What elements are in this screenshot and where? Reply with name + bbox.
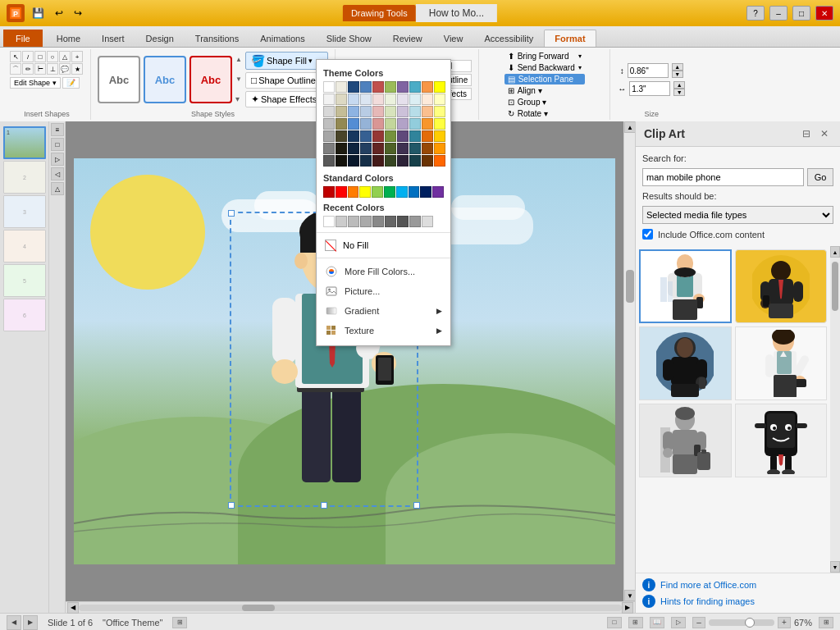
clip-art-item-3[interactable]: [639, 326, 732, 400]
theme-color-swatch[interactable]: [385, 118, 396, 130]
zoom-out-btn[interactable]: –: [692, 617, 705, 628]
go-button[interactable]: Go: [807, 168, 833, 186]
theme-color-swatch[interactable]: [360, 130, 372, 142]
slide-thumb-5[interactable]: 5: [3, 264, 46, 297]
shape-more-tool[interactable]: +: [71, 51, 83, 62]
panel-close-icon[interactable]: ✕: [817, 126, 832, 141]
find-more-link[interactable]: i Find more at Office.com: [642, 578, 833, 591]
theme-color-swatch[interactable]: [422, 155, 433, 167]
theme-color-swatch[interactable]: [397, 118, 409, 130]
reading-view-btn[interactable]: 📖: [650, 617, 664, 628]
theme-color-swatch[interactable]: [385, 155, 396, 167]
theme-color-swatch[interactable]: [397, 81, 409, 93]
shape-star-tool[interactable]: ★: [71, 63, 83, 75]
theme-color-swatch[interactable]: [323, 155, 335, 167]
tab-transitions[interactable]: Transitions: [185, 30, 249, 47]
theme-color-swatch[interactable]: [372, 81, 384, 93]
recent-color-swatch[interactable]: [397, 216, 409, 227]
prev-slide-btn[interactable]: ◀: [7, 615, 21, 630]
ca-scroll-up-btn[interactable]: ▲: [830, 246, 840, 258]
theme-color-swatch[interactable]: [323, 118, 335, 130]
standard-color-swatch[interactable]: [323, 186, 335, 198]
texture-item[interactable]: Texture ▶: [317, 321, 450, 340]
theme-color-swatch[interactable]: [336, 130, 347, 142]
recent-color-swatch[interactable]: [336, 216, 347, 227]
shape-style-3[interactable]: Abc: [189, 56, 232, 103]
theme-color-swatch[interactable]: [323, 130, 335, 142]
recent-color-swatch[interactable]: [323, 216, 335, 227]
clip-art-item-6[interactable]: [735, 404, 828, 477]
scroll-right-btn[interactable]: ▶: [622, 602, 633, 614]
theme-color-swatch[interactable]: [409, 118, 421, 130]
rotate-btn[interactable]: ↻ Rotate ▾: [504, 108, 551, 119]
bring-forward-btn[interactable]: ⬆ Bring Forward ▾: [504, 51, 585, 62]
save-btn[interactable]: 💾: [28, 6, 48, 21]
shape-styles-more-btn[interactable]: ▲ ▼ ▾: [235, 56, 242, 103]
recent-color-swatch[interactable]: [372, 216, 384, 227]
standard-color-swatch[interactable]: [409, 186, 420, 198]
maximize-button[interactable]: □: [792, 6, 810, 21]
theme-icon[interactable]: ⊞: [172, 617, 187, 628]
theme-color-swatch[interactable]: [385, 130, 396, 142]
recent-color-swatch[interactable]: [409, 216, 421, 227]
scroll-left-btn[interactable]: ◀: [67, 602, 79, 614]
theme-color-swatch[interactable]: [434, 155, 445, 167]
fit-slide-btn[interactable]: ⊞: [819, 617, 833, 628]
theme-color-swatch[interactable]: [336, 118, 347, 130]
scroll-down-btn[interactable]: ▼: [624, 590, 635, 601]
slideshow-btn[interactable]: ▷: [671, 617, 686, 628]
panel-move-icon[interactable]: ⊟: [799, 126, 814, 141]
theme-color-swatch[interactable]: [397, 106, 409, 117]
theme-color-swatch[interactable]: [372, 94, 384, 105]
standard-color-swatch[interactable]: [336, 186, 347, 198]
theme-color-swatch[interactable]: [397, 155, 409, 167]
standard-color-swatch[interactable]: [396, 186, 408, 198]
normal-view-btn[interactable]: □: [607, 617, 622, 628]
theme-color-swatch[interactable]: [360, 155, 372, 167]
theme-color-swatch[interactable]: [348, 155, 359, 167]
slide-thumb-1[interactable]: 1: [3, 126, 46, 159]
slide-thumb-6[interactable]: 6: [3, 299, 46, 331]
tab-format[interactable]: Format: [544, 30, 596, 47]
recent-color-swatch[interactable]: [348, 216, 359, 227]
shape-arrow-tool[interactable]: ↖: [10, 51, 21, 62]
tab-review[interactable]: Review: [382, 30, 433, 47]
recent-color-swatch[interactable]: [385, 216, 396, 227]
shape-curve-tool[interactable]: ⌒: [10, 63, 21, 75]
theme-color-swatch[interactable]: [397, 130, 409, 142]
theme-color-swatch[interactable]: [360, 94, 372, 105]
send-backward-arrow[interactable]: ▾: [578, 64, 582, 71]
shape-style-2[interactable]: Abc: [144, 56, 186, 103]
width-input[interactable]: [629, 81, 670, 96]
theme-color-swatch[interactable]: [336, 94, 347, 105]
slide-thumb-3[interactable]: 3: [3, 195, 46, 228]
width-up-btn[interactable]: ▲: [673, 81, 685, 89]
theme-color-swatch[interactable]: [336, 155, 347, 167]
theme-color-swatch[interactable]: [409, 81, 421, 93]
theme-color-swatch[interactable]: [409, 143, 421, 154]
theme-color-swatch[interactable]: [385, 106, 396, 117]
scroll-up-btn[interactable]: ▲: [624, 121, 635, 133]
theme-color-swatch[interactable]: [336, 81, 347, 93]
clip-art-item-5[interactable]: [639, 404, 732, 477]
shape-connector2-tool[interactable]: ⊥: [47, 63, 58, 75]
next-slide-btn[interactable]: ▶: [23, 615, 38, 630]
theme-color-swatch[interactable]: [385, 81, 396, 93]
theme-color-swatch[interactable]: [409, 155, 421, 167]
redo-btn[interactable]: ↪: [70, 6, 86, 21]
bring-forward-arrow[interactable]: ▾: [578, 52, 582, 60]
no-fill-item[interactable]: No Fill: [317, 236, 450, 254]
left-bar-btn-2[interactable]: □: [51, 138, 64, 151]
recent-color-swatch[interactable]: [422, 216, 433, 227]
standard-color-swatch[interactable]: [372, 186, 383, 198]
theme-color-swatch[interactable]: [397, 94, 409, 105]
undo-btn[interactable]: ↩: [51, 6, 67, 21]
theme-color-swatch[interactable]: [372, 130, 384, 142]
theme-color-swatch[interactable]: [360, 106, 372, 117]
shape-freehand-tool[interactable]: ✏: [22, 63, 34, 75]
scroll-thumb[interactable]: [626, 270, 634, 303]
theme-color-swatch[interactable]: [348, 143, 359, 154]
theme-color-swatch[interactable]: [422, 118, 433, 130]
align-btn[interactable]: ⊞ Align ▾: [504, 85, 546, 96]
tab-animations[interactable]: Animations: [249, 30, 315, 47]
